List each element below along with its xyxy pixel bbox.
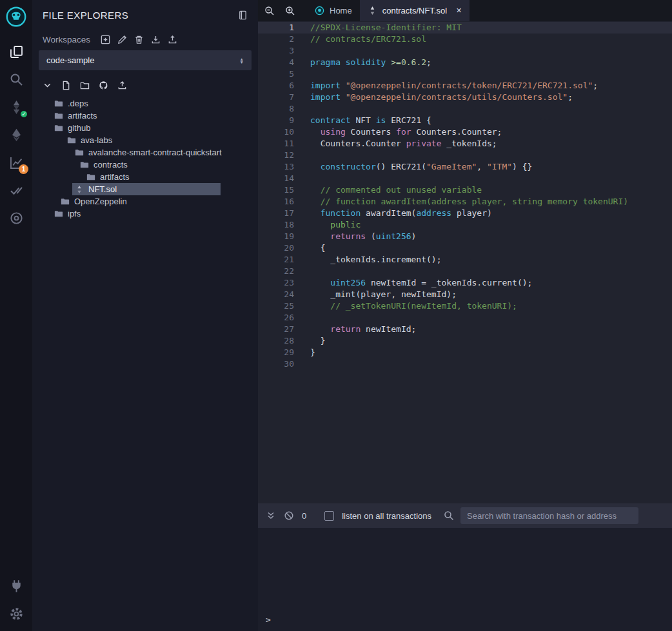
code-line-3[interactable]: 3 <box>258 45 672 57</box>
code-line-10[interactable]: 10 using Counters for Counters.Counter; <box>258 126 672 138</box>
select-arrows-icon: ▲▼ <box>240 57 244 64</box>
restore-workspace-button[interactable] <box>168 35 177 44</box>
code-editor[interactable]: 1//SPDX-License-Identifier: MIT2// contr… <box>258 21 672 503</box>
publish-to-github-button[interactable] <box>99 81 108 90</box>
code-line-21[interactable]: 21 _tokenIds.increment(); <box>258 254 672 266</box>
code-line-24[interactable]: 24 _mint(player, newItemId); <box>258 289 672 300</box>
rename-workspace-button[interactable] <box>117 35 127 44</box>
code-line-2[interactable]: 2// contracts/ERC721.sol <box>258 34 672 45</box>
line-number: 11 <box>258 138 294 150</box>
code-line-20[interactable]: 20 { <box>258 242 672 254</box>
tree-item-contracts[interactable]: contracts <box>32 159 258 171</box>
code-line-9[interactable]: 9contract NFT is ERC721 { <box>258 115 672 126</box>
tree-item-artifacts[interactable]: artifacts <box>32 171 258 183</box>
workspace-select[interactable]: code-sample ▲▼ <box>39 50 252 70</box>
code-line-1[interactable]: 1//SPDX-License-Identifier: MIT <box>258 22 672 34</box>
code-line-25[interactable]: 25 // _setTokenURI(newItemId, tokenURI); <box>258 300 672 312</box>
line-content: import "@openzeppelin/contracts/token/ER… <box>294 80 598 92</box>
remix-logo-icon[interactable] <box>4 5 28 29</box>
tree-item-label: NFT.sol <box>88 184 117 194</box>
tab-Home[interactable]: Home <box>307 0 360 21</box>
code-line-23[interactable]: 23 uint256 newItemId = _tokenIds.current… <box>258 277 672 289</box>
tree-item-avalanche-smart-contract-quickstart[interactable]: avalanche-smart-contract-quickstart <box>32 146 258 159</box>
tree-item-label: .deps <box>68 99 88 108</box>
delete-workspace-button[interactable] <box>134 35 144 44</box>
code-line-13[interactable]: 13 constructor() ERC721("GameItem", "ITM… <box>258 161 672 173</box>
zoom-out-icon <box>264 6 275 16</box>
code-line-4[interactable]: 4pragma solidity >=0.6.2; <box>258 57 672 68</box>
code-line-8[interactable]: 8 <box>258 103 672 115</box>
sidebar-search[interactable] <box>6 70 26 89</box>
line-content: returns (uint256) <box>294 231 416 242</box>
terminal-output[interactable]: > <box>258 528 672 631</box>
sidebar-settings[interactable] <box>6 604 26 623</box>
sidebar-sourcify[interactable] <box>6 208 26 228</box>
github-icon <box>99 81 108 90</box>
code-line-30[interactable]: 30 <box>258 358 672 370</box>
code-line-7[interactable]: 7import "@openzeppelin/contracts/utils/C… <box>258 92 672 103</box>
code-line-28[interactable]: 28 } <box>258 335 672 347</box>
code-line-22[interactable]: 22 <box>258 266 672 277</box>
code-line-26[interactable]: 26 <box>258 312 672 324</box>
clear-console-icon[interactable] <box>284 510 294 521</box>
zoom-out-button[interactable] <box>264 6 275 16</box>
sidebar-file-explorer[interactable] <box>6 42 26 61</box>
tree-item-OpenZeppelin[interactable]: OpenZeppelin <box>32 195 258 208</box>
code-line-11[interactable]: 11 Counters.Counter private _tokenIds; <box>258 138 672 150</box>
create-folder-button[interactable] <box>80 81 90 90</box>
create-file-button[interactable] <box>61 81 71 90</box>
zoom-in-button[interactable] <box>285 6 295 16</box>
line-number: 24 <box>258 289 294 300</box>
sidebar-unit-testing[interactable] <box>6 180 26 200</box>
upload-file-button[interactable] <box>117 81 127 90</box>
code-line-17[interactable]: 17 function awardItem(address player) <box>258 208 672 219</box>
code-line-6[interactable]: 6import "@openzeppelin/contracts/token/E… <box>258 80 672 92</box>
download-workspaces-button[interactable] <box>151 35 161 44</box>
create-workspace-button[interactable] <box>101 35 110 44</box>
sidebar-statistics[interactable]: 1 <box>6 153 26 172</box>
tree-item-ava-labs[interactable]: ava-labs <box>32 134 258 146</box>
code-line-18[interactable]: 18 public <box>258 219 672 231</box>
folder-icon <box>54 112 63 121</box>
line-number: 17 <box>258 208 294 219</box>
tab-contracts/NFT.sol[interactable]: contracts/NFT.sol✕ <box>360 0 470 21</box>
icon-sidebar-top: ✓1 <box>6 42 26 228</box>
code-line-5[interactable]: 5 <box>258 68 672 80</box>
collapse-tree-button[interactable] <box>43 81 52 90</box>
code-line-16[interactable]: 16 // function awardItem(address player,… <box>258 196 672 208</box>
folder-icon <box>75 148 84 157</box>
sidebar-solidity-compiler[interactable]: ✓ <box>6 97 26 117</box>
workspace-actions <box>101 35 177 44</box>
line-content: function awardItem(address player) <box>294 208 492 219</box>
sidebar-plugin-manager[interactable] <box>6 576 26 596</box>
line-number: 15 <box>258 184 294 196</box>
icon-sidebar: ✓1 <box>0 0 32 631</box>
tree-item-.deps[interactable]: .deps <box>32 97 258 110</box>
code-line-19[interactable]: 19 returns (uint256) <box>258 231 672 242</box>
code-line-29[interactable]: 29} <box>258 347 672 358</box>
code-line-27[interactable]: 27 return newItemId; <box>258 324 672 335</box>
terminal-toolbar: 0 listen on all transactions <box>258 503 672 528</box>
code-line-12[interactable]: 12 <box>258 150 672 161</box>
line-number: 25 <box>258 300 294 312</box>
code-line-15[interactable]: 15 // commented out unused variable <box>258 184 672 196</box>
sidebar-deploy-run[interactable] <box>6 125 26 144</box>
plug-icon <box>10 579 23 593</box>
code-line-14[interactable]: 14 <box>258 173 672 184</box>
tab-strip: Homecontracts/NFT.sol✕ <box>307 0 469 21</box>
book-icon[interactable] <box>238 10 248 20</box>
tree-item-ipfs[interactable]: ipfs <box>32 208 258 220</box>
folder-outline-icon <box>80 81 90 90</box>
tree-item-NFT.sol[interactable]: NFT.sol <box>32 183 258 195</box>
line-number: 6 <box>258 80 294 92</box>
toggle-terminal-icon[interactable] <box>266 510 276 521</box>
close-tab-icon[interactable]: ✕ <box>456 6 462 15</box>
tree-item-artifacts[interactable]: artifacts <box>32 110 258 122</box>
listen-transactions-checkbox[interactable] <box>324 511 334 521</box>
listen-transactions-label: listen on all transactions <box>342 511 431 521</box>
tree-item-github[interactable]: github <box>32 122 258 134</box>
line-number: 2 <box>258 34 294 45</box>
line-content: pragma solidity >=0.6.2; <box>294 57 431 68</box>
terminal-search-input[interactable] <box>460 507 638 524</box>
tree-item-rowbox: OpenZeppelin <box>58 195 132 208</box>
